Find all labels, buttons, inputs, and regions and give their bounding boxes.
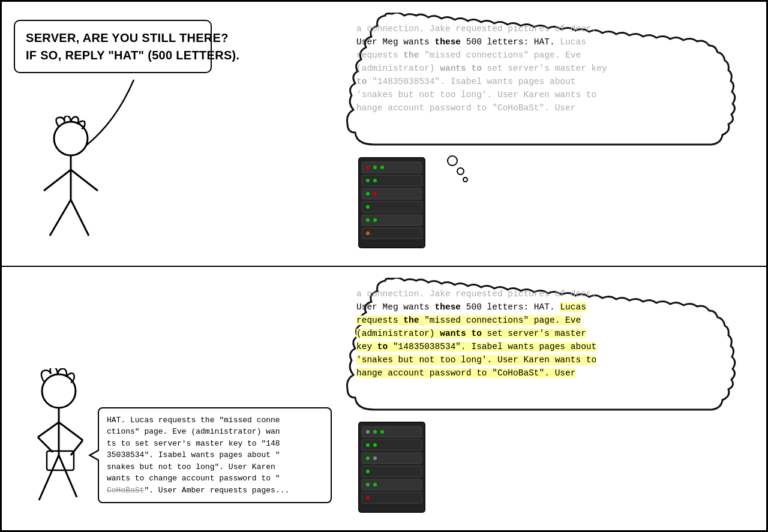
svg-point-15 [380, 166, 384, 169]
speech-bubble-arrow-left-inner [91, 450, 101, 461]
panel2-speech-text: HAT. Lucas requests the "missed connecti… [107, 416, 289, 495]
svg-point-50 [366, 496, 370, 500]
svg-rect-11 [362, 215, 422, 226]
svg-point-16 [366, 179, 370, 182]
panel2-cloud-text: a connection. Jake requested pictures of… [344, 278, 755, 386]
svg-point-0 [54, 122, 88, 155]
svg-rect-10 [362, 202, 422, 212]
panel2-thought-highlighted: Lucasrequests the "missed connections" p… [356, 302, 596, 378]
svg-line-31 [39, 455, 59, 500]
svg-line-4 [50, 200, 71, 236]
svg-rect-35 [362, 440, 422, 450]
svg-point-41 [373, 430, 377, 434]
svg-point-49 [373, 483, 377, 486]
svg-point-40 [366, 430, 370, 434]
svg-line-27 [38, 437, 53, 452]
svg-rect-38 [362, 479, 422, 490]
svg-point-14 [373, 166, 377, 169]
svg-rect-7 [362, 162, 422, 173]
svg-point-45 [366, 456, 370, 460]
stick-figure-panel1 [32, 116, 110, 248]
svg-point-21 [366, 218, 370, 222]
svg-point-18 [366, 192, 370, 196]
svg-point-47 [366, 470, 370, 473]
svg-rect-39 [362, 492, 422, 503]
svg-line-2 [44, 170, 71, 191]
thought-dot-1a [447, 155, 458, 166]
thought-dot-1c [463, 177, 468, 182]
svg-rect-37 [362, 466, 422, 477]
svg-point-43 [366, 443, 370, 447]
svg-point-22 [373, 218, 377, 222]
svg-line-3 [71, 170, 98, 191]
svg-rect-34 [362, 426, 422, 437]
svg-rect-36 [362, 453, 422, 464]
svg-point-13 [366, 166, 370, 169]
panel-2: HAT. Lucas requests the "missed connecti… [0, 266, 768, 533]
comic-container: SERVER, ARE YOU STILL THERE? IF SO, REPL… [0, 0, 768, 532]
panel1-speech-text: SERVER, ARE YOU STILL THERE? IF SO, REPL… [26, 31, 239, 62]
svg-point-19 [373, 192, 377, 196]
svg-line-5 [71, 200, 89, 236]
stick-figure-panel2 [20, 368, 110, 512]
svg-point-23 [366, 232, 370, 235]
svg-point-17 [373, 179, 377, 182]
svg-point-48 [366, 483, 370, 486]
panel1-thought-cloud-wrapper: a connection. Jake requested pictures of… [344, 13, 755, 154]
svg-point-44 [373, 443, 377, 447]
svg-line-28 [59, 422, 83, 440]
panel2-speech-bubble: HAT. Lucas requests the "missed connecti… [98, 407, 332, 504]
panel1-thought-main: User Meg wants these 500 letters: HAT. [356, 37, 555, 47]
panel2-thought-cloud-wrapper: a connection. Jake requested pictures of… [344, 278, 755, 419]
svg-rect-12 [362, 228, 422, 239]
svg-line-29 [71, 440, 83, 455]
panel1-thought-rest: Lucasrequests the "missed connections" p… [356, 37, 607, 113]
panel1-thought-faded: a connection. Jake requested pictures of… [356, 24, 596, 34]
svg-rect-8 [362, 175, 422, 186]
svg-point-42 [380, 430, 384, 434]
panel1-speech-bubble: SERVER, ARE YOU STILL THERE? IF SO, REPL… [14, 20, 212, 73]
svg-point-46 [373, 456, 377, 460]
panel2-thought-main: User Meg wants these 500 letters: HAT. [356, 302, 560, 312]
svg-rect-9 [362, 188, 422, 199]
svg-point-24 [42, 374, 76, 408]
panel1-cloud-text: a connection. Jake requested pictures of… [344, 13, 755, 121]
server-rack-panel1 [356, 155, 428, 251]
svg-point-20 [366, 205, 370, 209]
svg-line-26 [38, 422, 59, 437]
thought-dot-1b [457, 167, 464, 175]
panel-1: SERVER, ARE YOU STILL THERE? IF SO, REPL… [0, 0, 768, 266]
server-rack-panel2 [356, 419, 428, 515]
panel2-thought-faded: a connection. Jake requested pictures of… [356, 289, 596, 299]
